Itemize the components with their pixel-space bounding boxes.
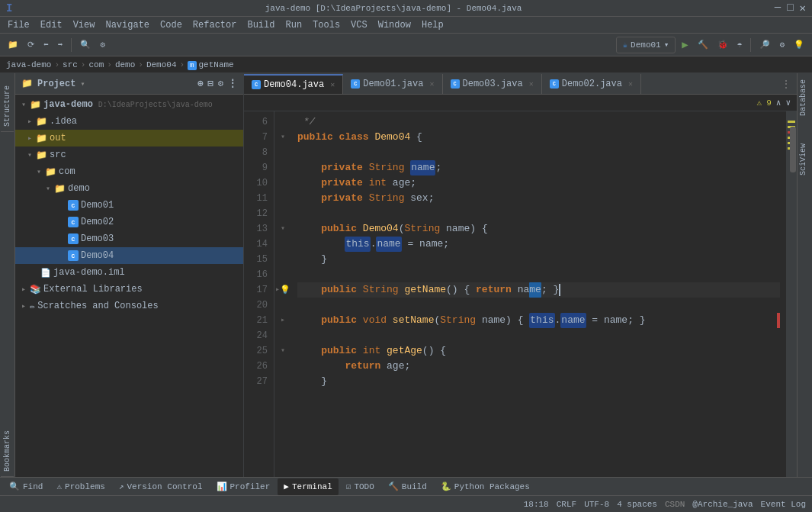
run-config-selector[interactable]: ☕ Demo01 ▾ bbox=[616, 37, 676, 53]
menu-code[interactable]: Code bbox=[156, 17, 187, 34]
tree-out[interactable]: ▸ 📁 out bbox=[15, 130, 243, 147]
bottom-tab-vcs[interactable]: ↗ Version Control bbox=[113, 478, 209, 495]
menu-edit[interactable]: Edit bbox=[36, 17, 67, 34]
fold-7[interactable]: ▾ bbox=[281, 130, 285, 145]
tab-demo04-close[interactable]: ✕ bbox=[330, 80, 335, 89]
bottom-tab-terminal[interactable]: ▶ Terminal bbox=[278, 478, 338, 495]
out-label: out bbox=[50, 133, 66, 143]
tab-demo01-icon: C bbox=[351, 79, 360, 89]
code-editor[interactable]: 6 7 8 9 10 11 12 13 14 15 16 17 20 21 24… bbox=[244, 111, 797, 477]
toolbar-project-view[interactable]: 📁 bbox=[5, 37, 21, 53]
tree-demo02[interactable]: C Demo02 bbox=[15, 214, 243, 230]
toolbar-help[interactable]: 💡 bbox=[791, 37, 807, 53]
menu-refactor[interactable]: Refactor bbox=[188, 17, 242, 34]
tab-demo01-close[interactable]: ✕ bbox=[429, 79, 434, 89]
debug-button[interactable]: 🐞 bbox=[714, 37, 731, 53]
menu-window[interactable]: Window bbox=[374, 17, 416, 34]
warning-down-btn[interactable]: ∨ bbox=[785, 98, 791, 108]
fold-13[interactable]: ▾ bbox=[281, 221, 285, 237]
tree-demo03[interactable]: C Demo03 bbox=[15, 230, 243, 247]
sciview-panel-label[interactable]: SciView bbox=[798, 137, 812, 182]
tab-demo02[interactable]: C Demo02.java ✕ bbox=[542, 74, 641, 94]
breadcrumb-method[interactable]: mgetName bbox=[188, 60, 234, 69]
bottom-tab-build[interactable]: 🔨 Build bbox=[382, 478, 433, 495]
tab-demo02-close[interactable]: ✕ bbox=[628, 79, 633, 89]
status-charset[interactable]: UTF-8 bbox=[584, 500, 609, 509]
toolbar-search[interactable]: 🔎 bbox=[756, 37, 773, 53]
close-btn[interactable]: ✕ bbox=[800, 2, 806, 14]
tree-iml[interactable]: 📄 java-demo.iml bbox=[15, 264, 243, 281]
maximize-btn[interactable]: □ bbox=[787, 2, 793, 14]
menu-view[interactable]: View bbox=[69, 17, 100, 34]
src-arrow: ▾ bbox=[27, 150, 32, 159]
bottom-tab-problems[interactable]: ⚠ Problems bbox=[50, 478, 111, 495]
find-icon: 🔍 bbox=[9, 481, 20, 491]
tree-idea[interactable]: ▸ 📁 .idea bbox=[15, 113, 243, 130]
menu-help[interactable]: Help bbox=[417, 17, 448, 34]
menu-build[interactable]: Build bbox=[242, 17, 279, 34]
build-button[interactable]: 🔨 bbox=[695, 37, 711, 53]
toolbar-sync[interactable]: ⟳ bbox=[24, 37, 37, 53]
status-indent[interactable]: 4 spaces bbox=[617, 500, 657, 509]
bottom-tab-todo[interactable]: ☑ TODO bbox=[340, 478, 380, 495]
fold-25[interactable]: ▾ bbox=[281, 343, 285, 359]
menu-tools[interactable]: Tools bbox=[308, 17, 345, 34]
breadcrumb-demo[interactable]: demo bbox=[115, 60, 135, 69]
tree-demo[interactable]: ▾ 📁 demo bbox=[15, 180, 243, 197]
project-settings-btn[interactable]: ⚙ bbox=[218, 78, 223, 89]
toolbar-settings[interactable]: ⚙ bbox=[97, 37, 108, 53]
run-button[interactable]: ▶ bbox=[679, 37, 691, 53]
menu-run[interactable]: Run bbox=[281, 17, 307, 34]
toolbar-gear[interactable]: ⚙ bbox=[776, 37, 788, 53]
breadcrumb-src[interactable]: src bbox=[63, 60, 78, 69]
tab-demo04-icon: C bbox=[252, 80, 261, 89]
status-csdn: CSDN bbox=[665, 500, 685, 509]
code-content[interactable]: */ public class Demo04 { private String … bbox=[291, 111, 786, 477]
toolbar-sep1 bbox=[71, 38, 72, 52]
coverage-button[interactable]: ☂ bbox=[734, 37, 746, 53]
tab-demo03[interactable]: C Demo03.java ✕ bbox=[443, 74, 542, 94]
bulb-17[interactable]: 💡 bbox=[280, 282, 290, 298]
tab-bar: C Demo04.java ✕ C Demo01.java ✕ C Demo03… bbox=[244, 73, 797, 95]
minimize-btn[interactable]: ─ bbox=[775, 2, 781, 14]
tab-demo03-close[interactable]: ✕ bbox=[529, 79, 534, 89]
project-more-btn[interactable]: ⋮ bbox=[228, 78, 237, 89]
breadcrumb-com[interactable]: com bbox=[88, 60, 104, 69]
tab-demo04[interactable]: C Demo04.java ✕ bbox=[244, 74, 343, 94]
tree-demo04[interactable]: C Demo04 bbox=[15, 247, 243, 264]
bottom-tab-find[interactable]: 🔍 Find bbox=[3, 478, 49, 495]
menu-file[interactable]: File bbox=[3, 17, 34, 34]
menu-vcs[interactable]: VCS bbox=[346, 17, 372, 34]
scratch-icon: ✏ bbox=[30, 301, 35, 312]
tab-more-btn[interactable]: ⋮ bbox=[775, 74, 797, 94]
status-crlf[interactable]: CRLF bbox=[557, 500, 576, 509]
tree-src[interactable]: ▾ 📁 src bbox=[15, 147, 243, 163]
right-scrollbar-gutter[interactable] bbox=[786, 111, 797, 477]
toolbar-nav-fwd[interactable]: ➡ bbox=[55, 37, 66, 53]
database-panel-label[interactable]: Database bbox=[798, 73, 812, 122]
tab-demo01[interactable]: C Demo01.java ✕ bbox=[343, 74, 442, 94]
fold-21[interactable]: ▸ bbox=[281, 313, 285, 328]
project-collapse-btn[interactable]: ⊟ bbox=[208, 78, 213, 89]
tree-root-javademo[interactable]: ▾ 📁 java-demo D:\IdeaProjects\java-demo bbox=[15, 96, 243, 113]
tree-external-libs[interactable]: ▸ 📚 External Libraries bbox=[15, 281, 243, 298]
status-eventlog[interactable]: Event Log bbox=[761, 500, 806, 509]
breadcrumb-javademo[interactable]: java-demo bbox=[6, 60, 51, 69]
window-controls[interactable]: ─ □ ✕ bbox=[775, 2, 806, 14]
tree-scratches[interactable]: ▸ ✏ Scratches and Consoles bbox=[15, 298, 243, 314]
warning-up-btn[interactable]: ∧ bbox=[776, 98, 782, 108]
bottom-tab-profiler[interactable]: 📊 Profiler bbox=[210, 478, 277, 495]
structure-panel-label[interactable]: Structure bbox=[1, 81, 14, 132]
tree-demo01[interactable]: C Demo01 bbox=[15, 197, 243, 214]
gutter-icons: ▾ ▾ ▸ 💡 ▸ ▾ bbox=[274, 111, 291, 477]
scrollbar-thumb[interactable] bbox=[790, 127, 796, 172]
menu-navigate[interactable]: Navigate bbox=[101, 17, 154, 34]
bookmarks-panel-label[interactable]: Bookmarks bbox=[1, 426, 14, 477]
breadcrumb-demo04[interactable]: Demo04 bbox=[146, 60, 177, 69]
toolbar-nav-back[interactable]: ⬅ bbox=[40, 37, 52, 53]
bottom-tab-python[interactable]: 🐍 Python Packages bbox=[435, 478, 536, 495]
project-expand-btn[interactable]: ⊕ bbox=[197, 78, 203, 89]
root-label: java-demo bbox=[43, 99, 93, 110]
tree-com[interactable]: ▾ 📁 com bbox=[15, 163, 243, 180]
toolbar-search-everywhere[interactable]: 🔍 bbox=[77, 37, 94, 53]
